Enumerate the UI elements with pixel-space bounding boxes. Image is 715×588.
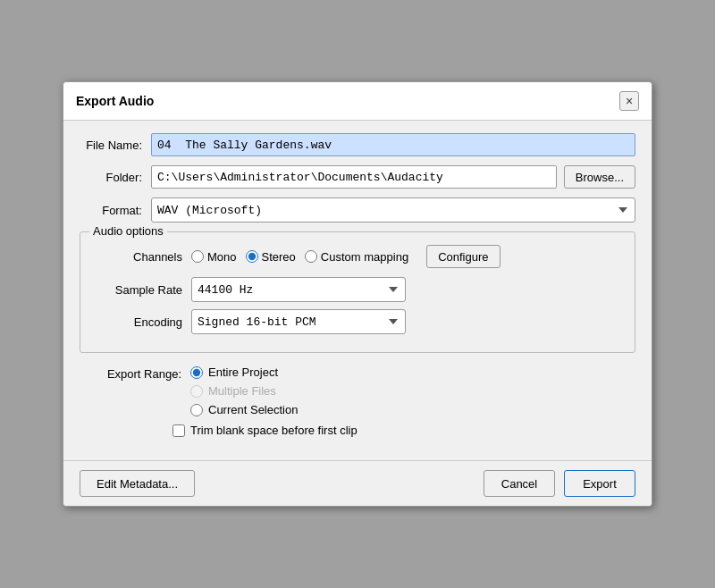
stereo-option[interactable]: Stereo	[246, 250, 296, 264]
title-bar: Export Audio ×	[63, 82, 652, 121]
custom-mapping-radio[interactable]	[305, 250, 317, 263]
format-row: Format: WAV (Microsoft) MP3 OGG FLAC AIF…	[80, 197, 635, 223]
folder-label: Folder:	[80, 171, 142, 184]
folder-input[interactable]	[151, 165, 557, 189]
footer-right-buttons: Cancel Export	[484, 470, 635, 497]
file-name-row: File Name:	[80, 133, 635, 156]
folder-row: Folder: Browse...	[80, 165, 635, 189]
dialog-footer: Edit Metadata... Cancel Export	[63, 460, 652, 506]
channels-row: Channels Mono Stereo Custom mapping Conf	[93, 245, 622, 268]
trim-checkbox[interactable]	[172, 424, 185, 437]
current-selection-radio[interactable]	[190, 404, 203, 416]
export-range-section: Export Range: Entire Project Multiple Fi…	[92, 365, 635, 437]
multiple-files-radio	[190, 385, 203, 398]
export-range-options: Entire Project Multiple Files Current Se…	[190, 365, 298, 416]
custom-mapping-option[interactable]: Custom mapping	[305, 250, 408, 264]
multiple-files-option: Multiple Files	[190, 384, 298, 398]
file-name-input[interactable]	[151, 133, 635, 156]
dialog-title: Export Audio	[76, 94, 154, 108]
current-selection-option[interactable]: Current Selection	[190, 403, 298, 416]
audio-options-group: Audio options Channels Mono Stereo Cus	[80, 231, 635, 353]
mono-label: Mono	[207, 250, 237, 264]
edit-metadata-button[interactable]: Edit Metadata...	[80, 470, 195, 497]
trim-label: Trim blank space before first clip	[190, 424, 358, 437]
sample-rate-row: Sample Rate 44100 Hz 22050 Hz 48000 Hz 9…	[93, 277, 622, 302]
mono-option[interactable]: Mono	[191, 250, 237, 264]
encoding-row: Encoding Signed 16-bit PCM Signed 24-bit…	[93, 309, 622, 334]
dialog-body: File Name: Folder: Browse... Format: WAV…	[63, 121, 652, 460]
file-name-label: File Name:	[80, 139, 142, 152]
sample-rate-select[interactable]: 44100 Hz 22050 Hz 48000 Hz 96000 Hz	[191, 277, 406, 302]
mono-radio[interactable]	[191, 250, 204, 263]
multiple-files-label: Multiple Files	[208, 384, 276, 398]
sample-rate-label: Sample Rate	[93, 283, 182, 297]
configure-button[interactable]: Configure	[426, 245, 500, 268]
export-range-row: Export Range: Entire Project Multiple Fi…	[92, 365, 635, 416]
cancel-button[interactable]: Cancel	[484, 470, 555, 497]
export-button[interactable]: Export	[564, 470, 635, 497]
entire-project-radio[interactable]	[190, 366, 203, 379]
channels-radio-group: Mono Stereo Custom mapping Configure	[191, 245, 500, 268]
channels-label: Channels	[93, 250, 182, 264]
export-audio-dialog: Export Audio × File Name: Folder: Browse…	[63, 81, 652, 507]
export-range-label: Export Range:	[92, 365, 181, 381]
trim-option[interactable]: Trim blank space before first clip	[172, 424, 635, 437]
encoding-select[interactable]: Signed 16-bit PCM Signed 24-bit PCM 32-b…	[191, 309, 406, 334]
entire-project-option[interactable]: Entire Project	[190, 365, 298, 379]
browse-button[interactable]: Browse...	[564, 165, 635, 189]
custom-mapping-label: Custom mapping	[321, 250, 408, 264]
encoding-label: Encoding	[93, 315, 182, 329]
format-select[interactable]: WAV (Microsoft) MP3 OGG FLAC AIFF	[151, 197, 635, 223]
current-selection-label: Current Selection	[208, 403, 298, 416]
stereo-radio[interactable]	[246, 250, 258, 263]
stereo-label: Stereo	[262, 250, 296, 264]
close-button[interactable]: ×	[619, 91, 639, 111]
audio-options-legend: Audio options	[89, 224, 167, 238]
format-label: Format:	[80, 204, 142, 217]
entire-project-label: Entire Project	[208, 365, 278, 379]
